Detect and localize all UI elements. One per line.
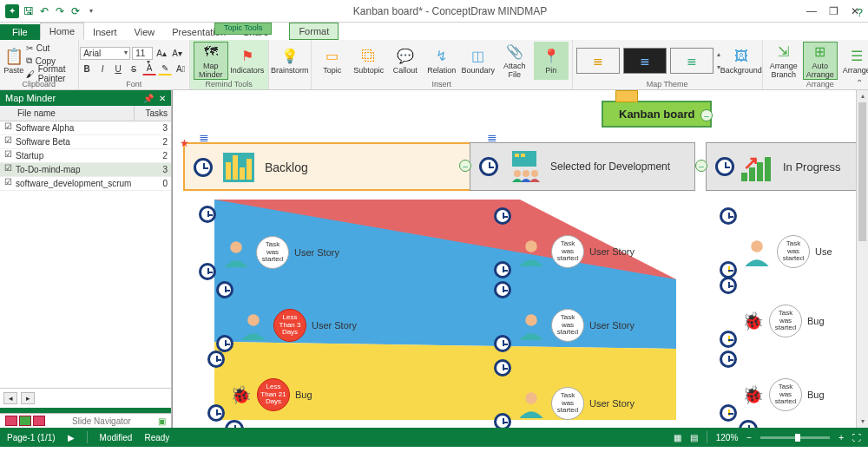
zoom-level[interactable]: 120% <box>716 433 739 442</box>
expand-icon[interactable]: – <box>695 160 707 172</box>
fit-icon[interactable]: ⛶ <box>852 433 861 442</box>
strike-button[interactable]: S̶ <box>127 62 141 75</box>
map-minder-button[interactable]: 🗺Map Minder <box>194 42 228 80</box>
folder-icon <box>615 90 638 102</box>
vertical-scrollbar[interactable]: ▴ ▾ <box>856 90 868 428</box>
slide-nav-toggle-icon[interactable]: ▣ <box>158 416 166 426</box>
slide-navigator[interactable]: Slide Navigator ▣ <box>0 413 171 428</box>
lane-progress[interactable]: ↗ In Progress <box>706 142 867 191</box>
pin-button[interactable]: 📍Pin <box>534 42 569 80</box>
close-panel-icon[interactable]: ✕ <box>159 94 166 103</box>
clock-icon <box>194 158 213 177</box>
boundary-icon: ◫ <box>470 48 487 65</box>
attach-file-button[interactable]: 📎Attach File <box>497 42 532 80</box>
zoom-slider[interactable] <box>760 436 830 439</box>
theme-swatch-3[interactable]: ≣ <box>670 48 713 74</box>
zoom-out-icon[interactable]: − <box>746 433 752 442</box>
card-user-story[interactable]: Task was started User Story <box>494 377 635 428</box>
status-next-icon[interactable]: ▶ <box>68 433 75 442</box>
view-presentation-icon[interactable]: ▤ <box>690 433 698 442</box>
brainstorm-icon: 💡 <box>281 48 299 65</box>
nav-right-icon[interactable]: ▸ <box>21 392 35 404</box>
undo-icon[interactable]: ↶ <box>38 5 50 17</box>
canvas[interactable]: Kanban board – Backlog ★ ≣ <box>172 90 868 428</box>
paste-icon[interactable]: 📋 <box>4 47 23 66</box>
group-arrange: ⇲Arrange Branch ⊞Auto Arrange ☰Arrange A… <box>763 40 868 89</box>
theme-up-icon[interactable]: ▴ <box>717 50 720 58</box>
font-size-select[interactable]: 11 <box>132 47 153 60</box>
cut-button[interactable]: ✂Cut <box>26 42 75 54</box>
panel-row[interactable]: ☑Startup2 <box>0 149 171 163</box>
format-painter-button[interactable]: 🖌Format Painter <box>26 68 75 80</box>
boundary-button[interactable]: ◫Boundary <box>461 42 496 80</box>
ribbon-collapse-icon[interactable]: ⌃ <box>856 78 863 88</box>
card-user-story[interactable]: Task was started User Story <box>494 298 635 352</box>
arrange-button[interactable]: ☰Arrange <box>839 42 868 80</box>
tab-view[interactable]: View <box>126 24 164 40</box>
minimize-button[interactable]: — <box>806 5 817 17</box>
tab-home[interactable]: Home <box>40 23 84 40</box>
lane-backlog[interactable]: Backlog <box>183 142 478 191</box>
clear-format-button[interactable]: Aͯ <box>174 62 187 75</box>
panel-title-bar: Map Minder 📌✕ <box>0 90 171 106</box>
font-name-select[interactable]: Arial <box>80 47 130 60</box>
checkbox-icon[interactable]: ☑ <box>0 135 16 148</box>
expand-icon[interactable]: – <box>700 109 713 121</box>
lane-selected[interactable]: Selected for Development <box>470 142 695 191</box>
arrange-branch-button[interactable]: ⇲Arrange Branch <box>766 42 801 80</box>
view-mode-icon[interactable]: ▦ <box>674 433 681 442</box>
bold-button[interactable]: B <box>80 62 94 75</box>
card-user-story[interactable]: Task was started User Story <box>199 225 339 280</box>
callout-button[interactable]: 💬Callout <box>388 42 423 80</box>
panel-row[interactable]: ☑software_development_scrum0 <box>0 177 171 191</box>
subtopic-button[interactable]: ⿻Subtopic <box>352 42 386 80</box>
theme-swatch-2[interactable]: ≣ <box>623 48 667 74</box>
maximize-button[interactable]: ❐ <box>829 5 838 17</box>
topic-button[interactable]: ▭Topic <box>315 42 350 80</box>
underline-button[interactable]: U <box>111 62 125 75</box>
relation-button[interactable]: ↯Relation <box>424 42 459 80</box>
tab-format[interactable]: Format <box>289 23 339 40</box>
panel-row[interactable]: ☑To-Do-mind-map3 <box>0 163 171 177</box>
pin-panel-icon[interactable]: 📌 <box>143 94 154 103</box>
checkbox-icon[interactable]: ☑ <box>0 149 16 162</box>
brainstorm-button[interactable]: 💡Brainstorm <box>273 42 307 80</box>
italic-button[interactable]: I <box>95 62 109 75</box>
redo-icon[interactable]: ↷ <box>54 5 66 17</box>
background-button[interactable]: 🖼Background <box>724 42 759 80</box>
panel-row[interactable]: ☑Software Beta2 <box>0 135 171 149</box>
card-label: Use <box>815 246 832 257</box>
grow-font-icon[interactable]: A▴ <box>155 46 168 60</box>
col-tasks[interactable]: Tasks <box>135 106 171 121</box>
card-bug[interactable]: 🐞 Task was started Bug <box>720 294 825 348</box>
col-filename[interactable]: File name <box>0 106 135 121</box>
indicators-button[interactable]: ⚑Indicators <box>230 42 265 80</box>
svg-rect-5 <box>521 154 525 157</box>
help-icon[interactable]: ? <box>857 7 863 19</box>
card-user-story[interactable]: Task was started User Story <box>494 225 635 278</box>
paste-button[interactable]: Paste <box>3 66 23 75</box>
file-tab[interactable]: File <box>0 24 40 40</box>
checkbox-icon[interactable]: ☑ <box>0 163 16 176</box>
expand-icon[interactable]: – <box>459 160 471 172</box>
panel-row[interactable]: ☑Software Alpha3 <box>0 121 171 135</box>
card-bug[interactable]: 🐞 Less Than 21 Days Bug <box>207 368 312 422</box>
refresh-icon[interactable]: ⟳ <box>69 5 82 17</box>
highlight-button[interactable]: ✎ <box>158 62 172 75</box>
clock-icon <box>715 157 734 176</box>
zoom-in-icon[interactable]: + <box>838 433 844 442</box>
tab-insert[interactable]: Insert <box>84 24 126 40</box>
card-user-story[interactable]: Less Than 3 Days User Story <box>216 298 357 352</box>
card-bug[interactable]: 🐞 Task was started Bug <box>720 368 825 422</box>
root-topic[interactable]: Kanban board <box>602 101 712 128</box>
theme-swatch-1[interactable]: ≣ <box>576 48 620 74</box>
checkbox-icon[interactable]: ☑ <box>0 177 16 190</box>
dropdown-icon[interactable]: ▾ <box>85 5 97 17</box>
checkbox-icon[interactable]: ☑ <box>0 121 16 134</box>
shrink-font-icon[interactable]: A▾ <box>170 46 184 60</box>
card-user-story[interactable]: Task was started Use <box>720 225 832 278</box>
nav-left-icon[interactable]: ◂ <box>3 392 17 404</box>
auto-arrange-button[interactable]: ⊞Auto Arrange <box>803 42 838 80</box>
font-label: Font <box>126 80 141 88</box>
save-icon[interactable]: 🖫 <box>23 5 35 17</box>
